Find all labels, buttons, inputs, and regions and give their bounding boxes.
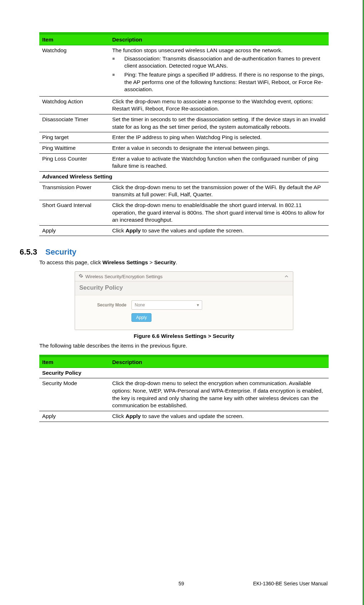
table-watchdog-settings: Item Description Watchdog The function s… bbox=[39, 32, 329, 236]
cell-desc: Click the drop-down menu to enable/disab… bbox=[109, 200, 329, 225]
bullet-item: Disassociation: Transmits disassociation… bbox=[124, 55, 326, 70]
table-row: Apply Click Apply to save the values and… bbox=[39, 225, 329, 236]
cell-item: Ping Waittime bbox=[39, 143, 109, 154]
select-value: None bbox=[135, 302, 145, 308]
security-mode-label: Security Mode bbox=[80, 302, 131, 308]
bullet-item: Ping: The feature pings a specified IP a… bbox=[124, 71, 326, 93]
cell-item: Security Mode bbox=[39, 378, 109, 411]
section-title: Security bbox=[45, 247, 76, 257]
table-row: Security Mode Click the drop-down menu t… bbox=[39, 378, 329, 411]
cell-item: Watchdog Action bbox=[39, 96, 109, 114]
gear-icon bbox=[79, 274, 83, 279]
table-row: Watchdog The function stops unsecured wi… bbox=[39, 45, 329, 96]
cell-item: Transmission Power bbox=[39, 182, 109, 200]
apply-button[interactable]: Apply bbox=[131, 313, 151, 322]
cell-desc: Click the drop-down menu to set the tran… bbox=[109, 182, 329, 200]
section-intro: To access this page, click Wireless Sett… bbox=[39, 259, 329, 266]
section-header: Advanced Wireless Setting bbox=[39, 171, 329, 182]
cell-desc: Click the drop-down menu to select the e… bbox=[109, 378, 329, 411]
cell-item: Apply bbox=[39, 225, 109, 236]
cell-desc: Click the drop-down menu to associate a … bbox=[109, 96, 329, 114]
collapse-icon[interactable] bbox=[284, 274, 289, 279]
cell-desc: The function stops unsecured wireless LA… bbox=[109, 45, 329, 96]
section-number: 6.5.3 bbox=[20, 247, 45, 257]
cell-desc: Enter the IP address to ping when Watchd… bbox=[109, 132, 329, 143]
section-header: Security Policy bbox=[39, 368, 329, 378]
table-row: Transmission Power Click the drop-down m… bbox=[39, 182, 329, 200]
table-row: Ping target Enter the IP address to ping… bbox=[39, 132, 329, 143]
cell-item: Apply bbox=[39, 411, 109, 422]
cell-item: Disassociate Timer bbox=[39, 114, 109, 132]
security-panel: Wireless Security/Encryption Settings Se… bbox=[75, 271, 293, 330]
col-item: Item bbox=[39, 34, 109, 45]
chevron-down-icon: ▾ bbox=[197, 302, 199, 308]
page-number: 59 bbox=[179, 581, 184, 586]
table-row: Security Policy bbox=[39, 368, 329, 378]
panel-subtitle: Security Policy bbox=[75, 281, 293, 295]
table-row: Ping Loss Counter Enter a value to activ… bbox=[39, 153, 329, 171]
cell-item: Ping Loss Counter bbox=[39, 153, 109, 171]
table-row: Disassociate Timer Set the timer in seco… bbox=[39, 114, 329, 132]
cell-desc: Enter a value to activate the Watchdog f… bbox=[109, 153, 329, 171]
cell-item: Short Guard Interval bbox=[39, 200, 109, 225]
table-security-settings: Item Description Security Policy Securit… bbox=[39, 355, 329, 422]
panel-title-text: Wireless Security/Encryption Settings bbox=[85, 274, 163, 279]
panel-titlebar: Wireless Security/Encryption Settings bbox=[75, 272, 293, 281]
cell-desc: Enter a value in seconds to designate th… bbox=[109, 143, 329, 154]
cell-item: Ping target bbox=[39, 132, 109, 143]
figure-caption: Figure 6.6 Wireless Settings > Security bbox=[39, 333, 329, 339]
section-heading: 6.5.3 Security bbox=[20, 247, 329, 257]
cell-item: Watchdog bbox=[39, 45, 109, 96]
table-row: Short Guard Interval Click the drop-down… bbox=[39, 200, 329, 225]
footer-title: EKI-1360-BE Series User Manual bbox=[253, 581, 328, 586]
table-row: Advanced Wireless Setting bbox=[39, 171, 329, 182]
table-row: Watchdog Action Click the drop-down menu… bbox=[39, 96, 329, 114]
table-row: Ping Waittime Enter a value in seconds t… bbox=[39, 143, 329, 154]
cell-desc-intro: The function stops unsecured wireless LA… bbox=[112, 47, 326, 54]
col-item: Item bbox=[39, 356, 109, 368]
post-figure-text: The following table describes the items … bbox=[39, 342, 329, 350]
security-mode-select[interactable]: None ▾ bbox=[131, 300, 202, 310]
col-description: Description bbox=[109, 356, 329, 368]
col-description: Description bbox=[109, 34, 329, 45]
cell-desc: Set the timer in seconds to set the disa… bbox=[109, 114, 329, 132]
table-row: Apply Click Apply to save the values and… bbox=[39, 411, 329, 422]
cell-desc: Click Apply to save the values and updat… bbox=[109, 411, 329, 422]
cell-desc: Click Apply to save the values and updat… bbox=[109, 225, 329, 236]
